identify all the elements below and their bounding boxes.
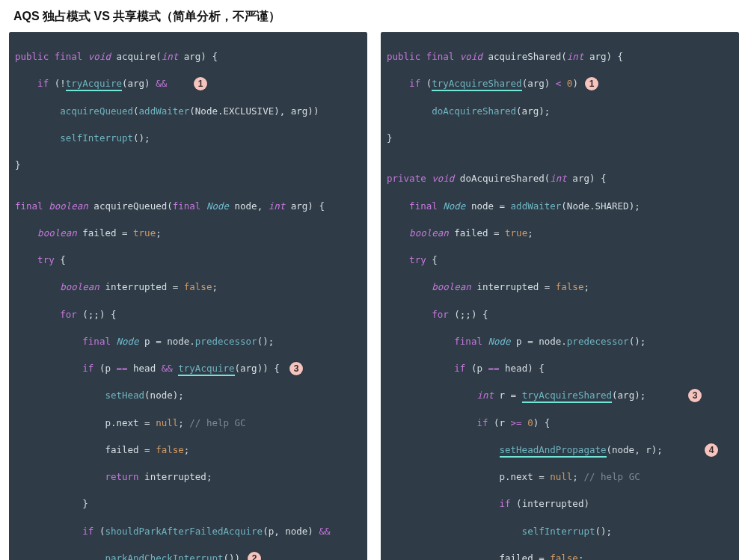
t: interrupted;: [139, 471, 212, 482]
t: ;: [583, 281, 589, 292]
t: (arg): [122, 78, 156, 89]
t: arg) {: [567, 173, 607, 184]
t: failed =: [449, 227, 505, 239]
t: public final: [15, 51, 88, 62]
t: final: [173, 200, 206, 212]
t: (node, r);: [607, 444, 663, 455]
t: &&: [162, 363, 173, 374]
t: 0: [527, 417, 533, 428]
t: ) {: [533, 417, 551, 428]
t: (!: [49, 78, 66, 89]
columns: public final void acquire(int arg) { if …: [9, 32, 739, 560]
t: boolean: [49, 200, 88, 212]
t: final: [387, 336, 488, 347]
t: r =: [494, 390, 522, 401]
t: (interrupted): [511, 498, 589, 509]
t: ;: [156, 227, 162, 239]
t: final: [15, 200, 49, 212]
t: interrupted =: [471, 281, 556, 292]
badge-2: 2: [248, 552, 261, 560]
t: (arg)) {: [235, 363, 280, 374]
t: acquire(: [111, 51, 162, 62]
t: (: [133, 105, 139, 117]
t: tryAcquire: [178, 363, 234, 376]
t: tryAcquireShared: [522, 390, 612, 403]
t: void: [432, 173, 454, 184]
t: node,: [229, 200, 269, 212]
t: Node: [443, 200, 465, 212]
t: ()): [223, 553, 240, 560]
t: shouldParkAfterFailedAcquire: [105, 526, 263, 537]
t: boolean: [15, 227, 77, 239]
badge-1: 1: [585, 77, 598, 90]
t: arg) {: [178, 51, 218, 62]
t: (arg): [522, 78, 556, 89]
t: if: [15, 526, 94, 537]
t: head: [128, 363, 162, 374]
t: // help GC: [583, 471, 640, 482]
t: selfInterrupt: [387, 526, 595, 537]
t: null: [156, 417, 178, 428]
t: (Node.SHARED);: [561, 200, 640, 212]
t: false: [184, 281, 212, 292]
t: void: [88, 51, 111, 62]
t: int: [269, 200, 286, 212]
t: {: [55, 254, 66, 265]
t: (;;) {: [449, 309, 488, 320]
t: p.next =: [15, 417, 156, 428]
t: head) {: [500, 363, 545, 374]
t: true: [133, 227, 156, 239]
t: >=: [511, 417, 522, 428]
t: false: [550, 553, 578, 560]
t: int: [550, 173, 567, 184]
t: &&: [156, 78, 167, 89]
t: ();: [133, 132, 150, 144]
t: ;: [184, 444, 190, 455]
t: false: [556, 281, 584, 292]
t: p.next =: [387, 471, 550, 482]
t: ();: [595, 526, 612, 537]
t: ;: [572, 471, 583, 482]
t: for: [15, 309, 77, 320]
badge-3: 3: [289, 362, 303, 375]
t: acquireQueued(: [88, 200, 173, 212]
t: addWaiter: [511, 200, 562, 212]
t: {: [426, 254, 438, 265]
t: setHead: [15, 390, 144, 401]
badge-3: 3: [688, 389, 702, 402]
t: addWaiter: [139, 105, 190, 117]
t: true: [505, 227, 527, 239]
t: // help GC: [189, 417, 245, 428]
t: null: [550, 471, 572, 482]
t: [15, 553, 105, 560]
t: final: [15, 336, 116, 347]
t: int: [162, 51, 179, 62]
t: public final: [387, 51, 460, 62]
t: (arg);: [612, 390, 646, 401]
t: predecessor: [567, 336, 629, 347]
t: acquireShared(: [482, 51, 567, 62]
t: if: [387, 417, 488, 428]
t: if: [387, 498, 511, 509]
badge-1: 1: [194, 77, 207, 90]
t: boolean: [387, 281, 471, 292]
t: (r: [488, 417, 510, 428]
badge-4: 4: [705, 443, 718, 457]
t: if: [387, 363, 465, 374]
t: if: [387, 78, 420, 89]
t: private: [387, 173, 432, 184]
t: failed =: [77, 227, 133, 239]
t: int: [567, 51, 584, 62]
t: (Node.EXCLUSIVE), arg)): [189, 105, 319, 117]
t: Node: [206, 200, 229, 212]
t: final: [387, 200, 443, 212]
t: }: [387, 132, 733, 145]
t: ;: [212, 281, 218, 292]
t: failed =: [387, 553, 550, 560]
t: doAcquireShared: [387, 105, 516, 117]
t: ==: [116, 363, 127, 374]
t: tryAcquire: [66, 78, 122, 91]
t: ;: [178, 417, 189, 428]
t: node =: [465, 200, 510, 212]
t: false: [156, 444, 184, 455]
